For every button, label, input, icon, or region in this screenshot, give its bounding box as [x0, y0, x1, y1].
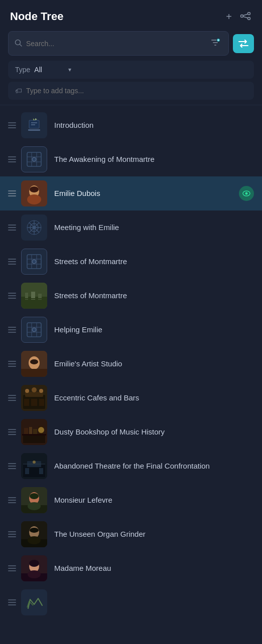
emilie-portrait — [21, 180, 47, 206]
svg-line-3 — [243, 14, 248, 16]
header: Node Tree + — [0, 0, 262, 31]
svg-point-90 — [30, 528, 39, 533]
search-input[interactable] — [26, 40, 208, 48]
node-label: Monsieur Lefevre — [54, 495, 254, 505]
swap-button[interactable] — [233, 34, 254, 53]
list-item[interactable]: Abandoned Theatre for the Final Confront… — [0, 449, 262, 483]
type-filter-row: Type All Scene Character Location ▾ — [8, 61, 254, 79]
svg-point-82 — [33, 461, 36, 464]
drag-handle — [8, 565, 16, 571]
header-actions: + — [225, 9, 252, 24]
drag-handle — [8, 122, 16, 128]
node-thumbnail — [21, 112, 47, 138]
share-button[interactable] — [239, 9, 252, 24]
lefevre-photo — [21, 487, 47, 513]
svg-line-6 — [20, 44, 22, 46]
node-thumbnail — [21, 351, 47, 377]
node-thumbnail — [21, 419, 47, 445]
node-label: Streets of Montmartre — [54, 291, 254, 301]
swap-icon — [238, 40, 248, 48]
svg-point-97 — [28, 570, 41, 578]
add-node-button[interactable]: + — [225, 10, 233, 24]
last-icon — [24, 594, 44, 610]
drag-handle — [8, 156, 16, 162]
list-item[interactable]: Dusty Bookshop of Music History — [0, 415, 262, 449]
svg-rect-69 — [24, 428, 28, 435]
node-label: Helping Emilie — [54, 325, 254, 335]
svg-rect-62 — [31, 399, 37, 406]
node-thumbnail — [21, 521, 47, 547]
list-item[interactable]: The Unseen Organ Grinder — [0, 517, 262, 551]
drag-handle — [8, 327, 16, 333]
cafes-photo — [21, 385, 47, 411]
organ-photo — [21, 521, 47, 547]
node-thumbnail — [21, 249, 47, 275]
search-bar — [8, 31, 254, 56]
grid-icon-2 — [24, 252, 44, 272]
node-label: Madame Moreau — [54, 563, 254, 573]
drag-handle — [8, 361, 16, 367]
svg-rect-14 — [29, 120, 39, 128]
svg-point-74 — [38, 427, 44, 433]
node-label: Emilie Dubois — [54, 188, 239, 198]
svg-point-92 — [28, 536, 41, 544]
list-item[interactable]: Eccentric Cafes and Bars — [0, 381, 262, 415]
divider — [0, 105, 262, 105]
list-item[interactable] — [0, 585, 262, 615]
node-thumbnail — [21, 589, 47, 615]
svg-point-0 — [248, 13, 250, 15]
tag-icon: 🏷 — [15, 87, 22, 95]
search-wrapper — [8, 31, 229, 56]
filter-icon — [210, 38, 220, 48]
list-item[interactable]: Monsieur Lefevre — [0, 483, 262, 517]
tags-input[interactable] — [26, 87, 247, 95]
node-thumbnail — [21, 317, 47, 343]
visibility-button[interactable] — [239, 186, 254, 201]
streets-photo — [21, 283, 47, 309]
svg-rect-70 — [29, 427, 32, 435]
svg-point-25 — [27, 194, 41, 204]
drag-handle — [8, 463, 16, 469]
svg-rect-63 — [39, 399, 44, 406]
svg-point-56 — [30, 359, 38, 364]
list-item[interactable]: Introduction — [0, 108, 262, 142]
node-label: Meeting with Emilie — [54, 223, 254, 233]
list-item[interactable]: Emilie's Artist Studio — [0, 347, 262, 381]
list-item[interactable]: Emilie Dubois — [0, 176, 262, 210]
svg-rect-57 — [21, 369, 47, 377]
drag-handle — [8, 259, 16, 265]
node-thumbnail — [21, 555, 47, 581]
svg-point-95 — [29, 560, 39, 567]
svg-rect-80 — [25, 468, 29, 474]
node-thumbnail — [21, 385, 47, 411]
chevron-down-icon: ▾ — [68, 66, 71, 73]
list-item[interactable]: Madame Moreau — [0, 551, 262, 585]
node-thumbnail — [21, 487, 47, 513]
svg-point-28 — [245, 192, 248, 195]
grid-icon-3 — [24, 320, 44, 340]
drag-handle — [8, 395, 16, 401]
type-filter-label: Type — [15, 66, 30, 74]
list-item[interactable]: Streets of Montmartre — [0, 279, 262, 313]
list-item[interactable]: The Awakening of Montmartre — [0, 142, 262, 176]
filter-button[interactable] — [208, 36, 222, 51]
node-label: Dusty Bookshop of Music History — [54, 427, 254, 437]
list-item[interactable]: Streets of Montmartre — [0, 245, 262, 279]
svg-rect-81 — [39, 468, 43, 474]
svg-point-2 — [241, 15, 243, 18]
node-thumbnail — [21, 214, 47, 241]
svg-point-53 — [32, 328, 36, 332]
node-thumbnail — [21, 283, 47, 309]
svg-point-64 — [25, 389, 29, 393]
tags-input-wrapper: 🏷 — [8, 82, 254, 100]
drag-handle — [8, 293, 16, 299]
svg-rect-78 — [30, 467, 38, 476]
grid-icon — [24, 149, 44, 169]
node-list: Introduction The Awakening of Montmartre — [0, 108, 262, 615]
svg-point-65 — [32, 387, 37, 392]
node-label: Eccentric Cafes and Bars — [54, 393, 254, 403]
list-item[interactable]: Helping Emilie — [0, 313, 262, 347]
list-item[interactable]: Meeting with Emilie — [0, 210, 262, 245]
intro-icon — [24, 115, 44, 135]
type-select[interactable]: All Scene Character Location — [34, 66, 65, 74]
